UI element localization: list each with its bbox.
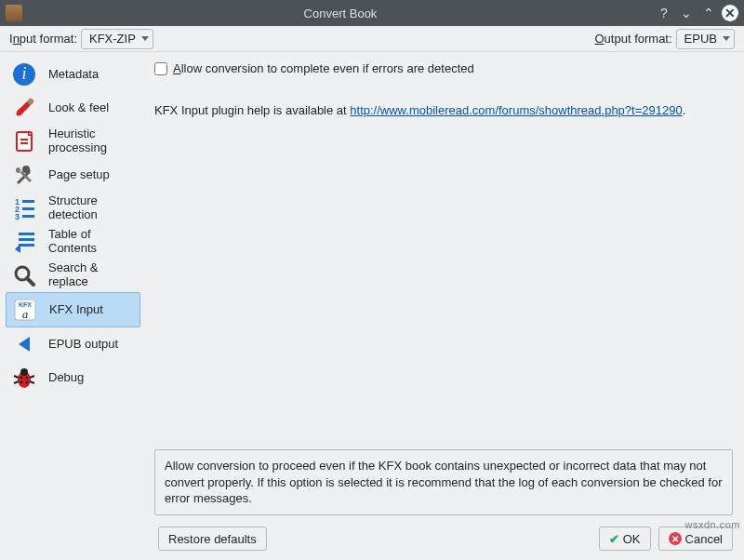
sidebar-item-page-setup[interactable]: Page setup [0,158,146,192]
svg-line-27 [30,376,34,378]
svg-rect-11 [22,215,34,218]
allow-errors-label[interactable]: Allow conversion to complete even if err… [173,61,474,75]
titlebar: Convert Book ? ⌄ ⌃ ✕ [0,0,744,26]
output-format-label: Output format: [594,32,671,46]
sidebar-item-search-replace[interactable]: Search & replace [0,259,146,292]
sidebar-item-debug[interactable]: Debug [0,361,146,394]
svg-rect-9 [22,207,34,210]
close-icon[interactable]: ✕ [722,5,738,21]
wrench-icon [9,160,39,190]
sidebar-item-label: Heuristic processing [48,127,107,155]
button-bar: Restore defaults ✔ OK ✕ Cancel [0,525,744,560]
svg-rect-14 [19,244,34,247]
format-bar: Input format: KFX-ZIP Output format: EPU… [0,26,744,52]
sidebar-item-kfx-input[interactable]: KFXa KFX Input [6,292,140,327]
help-icon[interactable]: ? [655,4,673,22]
svg-text:a: a [22,307,29,321]
cancel-icon: ✕ [669,532,682,545]
brush-icon [9,93,39,123]
output-format-combo[interactable]: EPUB [676,29,735,49]
ok-button[interactable]: ✔ OK [599,527,651,551]
chevron-down-icon [141,36,149,41]
svg-line-29 [30,381,34,383]
svg-rect-12 [19,233,34,235]
sidebar-item-label: Metadata [48,68,99,82]
sidebar-item-label: EPUB output [48,338,118,352]
bug-icon [9,363,39,393]
window-title: Convert Book [30,7,651,20]
sidebar-item-label: Table of Contents [48,228,97,256]
svg-point-21 [20,368,28,376]
svg-text:3: 3 [15,212,20,221]
svg-line-16 [27,278,33,285]
check-icon: ✔ [609,532,619,546]
output-format-value: EPUB [684,32,717,46]
allow-errors-option: Allow conversion to complete even if err… [154,61,733,75]
input-format-value: KFX-ZIP [89,32,136,46]
numbered-list-icon: 123 [9,193,39,223]
restore-defaults-button[interactable]: Restore defaults [158,527,267,551]
sidebar-item-look-feel[interactable]: Look & feel [0,91,146,125]
chevron-down-icon [723,36,730,41]
help-text: KFX Input plugin help is available at ht… [154,103,733,117]
sidebar: i Metadata Look & feel Heuristic process… [0,52,147,525]
sidebar-item-epub-output[interactable]: EPUB output [0,327,146,361]
sidebar-item-label: Look & feel [48,101,109,115]
arrow-left-icon [9,329,39,359]
svg-rect-13 [19,238,34,241]
sidebar-item-label: Search & replace [48,261,98,289]
minimize-icon[interactable]: ⌄ [677,4,696,22]
sidebar-item-label: Page setup [48,168,110,182]
sidebar-item-toc[interactable]: Table of Contents [0,225,146,259]
svg-point-22 [20,377,23,380]
svg-line-28 [14,381,19,383]
sidebar-item-metadata[interactable]: i Metadata [0,58,146,91]
sidebar-item-structure[interactable]: 123 Structure detection [0,192,146,225]
input-format-combo[interactable]: KFX-ZIP [81,29,153,49]
svg-line-26 [14,376,19,378]
sidebar-item-label: KFX Input [49,303,103,317]
svg-point-23 [26,377,29,380]
app-icon [6,5,22,21]
info-icon: i [9,60,39,89]
help-link[interactable]: http://www.mobileread.com/forums/showthr… [350,103,682,117]
search-icon [9,260,39,290]
svg-point-24 [20,381,23,384]
sidebar-item-heuristic[interactable]: Heuristic processing [0,125,146,158]
toc-icon [9,227,39,257]
svg-point-25 [26,381,29,384]
main-row: i Metadata Look & feel Heuristic process… [0,52,744,525]
maximize-icon[interactable]: ⌃ [699,4,718,22]
allow-errors-checkbox[interactable] [154,62,167,75]
svg-rect-7 [22,200,34,203]
input-format-label: Input format: [9,32,77,46]
sidebar-item-label: Structure detection [48,194,98,222]
kfx-input-icon: KFXa [10,295,40,325]
content-pane: Allow conversion to complete even if err… [147,52,744,525]
option-description: Allow conversion to proceed even if the … [154,449,733,515]
svg-text:i: i [21,64,26,83]
watermark: wsxdn.com [684,519,740,530]
sidebar-item-label: Debug [48,371,84,385]
document-heuristic-icon [9,127,39,156]
